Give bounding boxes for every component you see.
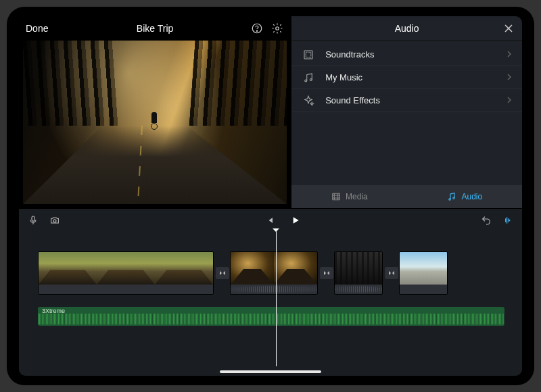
sidebar-item-sound-effects[interactable]: Sound Effects xyxy=(291,89,522,112)
preview-header: Done Bike Trip xyxy=(19,16,291,41)
svg-rect-7 xyxy=(333,193,340,199)
sidebar-item-my-music[interactable]: My Music xyxy=(291,66,522,89)
chevron-right-icon xyxy=(506,72,513,82)
preview-art xyxy=(149,112,159,130)
video-clip[interactable] xyxy=(38,251,214,295)
preview-art xyxy=(23,41,121,126)
music-note-icon xyxy=(446,191,457,202)
project-title: Bike Trip xyxy=(66,23,243,34)
sparkle-icon xyxy=(302,95,317,107)
preview-art xyxy=(23,126,287,204)
sidebar-item-label: Soundtracks xyxy=(325,49,374,59)
audio-source-list: Soundtracks My Music Sou xyxy=(291,41,522,185)
side-panel-tabs: Media Audio xyxy=(291,185,522,208)
voiceover-mic-icon[interactable] xyxy=(27,214,39,226)
done-button[interactable]: Done xyxy=(26,23,66,34)
svg-point-2 xyxy=(276,27,279,30)
clip-thumbnail xyxy=(39,252,97,285)
side-panel: Audio Soundtracks xyxy=(291,16,522,208)
clip-thumbnail xyxy=(155,252,213,285)
tablet-frame: Done Bike Trip xyxy=(7,7,534,385)
svg-rect-4 xyxy=(306,52,311,57)
clip-thumbnail xyxy=(274,252,317,285)
transport-bar xyxy=(19,208,522,231)
preview-viewport[interactable] xyxy=(23,41,287,204)
clip-audio-strip xyxy=(39,285,213,294)
side-panel-header: Audio xyxy=(291,16,522,41)
svg-rect-10 xyxy=(32,216,34,221)
settings-icon[interactable] xyxy=(270,22,284,35)
transition-button[interactable] xyxy=(319,267,334,279)
chevron-right-icon xyxy=(506,49,513,59)
home-indicator[interactable] xyxy=(220,370,321,373)
skip-back-icon[interactable] xyxy=(264,214,276,226)
svg-point-5 xyxy=(305,80,307,82)
tab-label: Media xyxy=(346,192,368,201)
play-icon[interactable] xyxy=(288,213,303,228)
tab-audio[interactable]: Audio xyxy=(407,185,522,208)
svg-point-11 xyxy=(53,219,56,222)
video-clip[interactable] xyxy=(334,251,383,295)
camera-icon[interactable] xyxy=(49,214,61,226)
audio-waveform xyxy=(38,314,504,324)
undo-icon[interactable] xyxy=(480,214,492,226)
audio-waveform-icon[interactable] xyxy=(502,214,514,226)
tab-media[interactable]: Media xyxy=(291,185,406,208)
sidebar-item-label: Sound Effects xyxy=(325,95,380,105)
clip-thumbnail xyxy=(97,252,155,285)
help-icon[interactable] xyxy=(250,22,264,35)
clip-audio-strip xyxy=(335,285,382,294)
sidebar-item-soundtracks[interactable]: Soundtracks xyxy=(291,43,522,66)
timeline[interactable]: 27.0s 3Xtreme xyxy=(19,231,522,376)
video-clip[interactable]: 27.0s xyxy=(399,251,448,295)
side-panel-title: Audio xyxy=(395,23,419,34)
preview-art xyxy=(189,41,287,126)
music-note-icon xyxy=(302,72,317,84)
clip-audio-strip xyxy=(231,285,317,294)
svg-point-9 xyxy=(453,197,454,199)
soundtrack-icon xyxy=(302,49,317,61)
playhead[interactable] xyxy=(276,231,277,366)
clip-audio-strip xyxy=(400,285,447,294)
preview-pane: Done Bike Trip xyxy=(19,16,291,208)
transition-button[interactable] xyxy=(215,267,230,279)
filmstrip-icon xyxy=(331,191,342,202)
top-row: Done Bike Trip xyxy=(19,16,522,208)
svg-point-8 xyxy=(449,199,450,200)
timeline-scroll[interactable]: 27.0s 3Xtreme xyxy=(19,251,522,376)
clip-thumbnail xyxy=(335,252,382,285)
audio-track-clip[interactable]: 3Xtreme xyxy=(38,307,504,326)
video-track[interactable]: 27.0s xyxy=(38,251,522,295)
tab-label: Audio xyxy=(461,192,482,201)
transition-button[interactable] xyxy=(384,267,399,279)
sidebar-item-label: My Music xyxy=(325,72,362,82)
svg-point-6 xyxy=(310,78,312,80)
chevron-right-icon xyxy=(506,95,513,105)
video-clip[interactable] xyxy=(230,251,318,295)
close-icon[interactable] xyxy=(502,22,515,35)
app-screen: Done Bike Trip xyxy=(19,16,522,376)
clip-thumbnail xyxy=(400,252,447,285)
svg-point-1 xyxy=(257,30,258,31)
clip-thumbnail xyxy=(231,252,274,285)
